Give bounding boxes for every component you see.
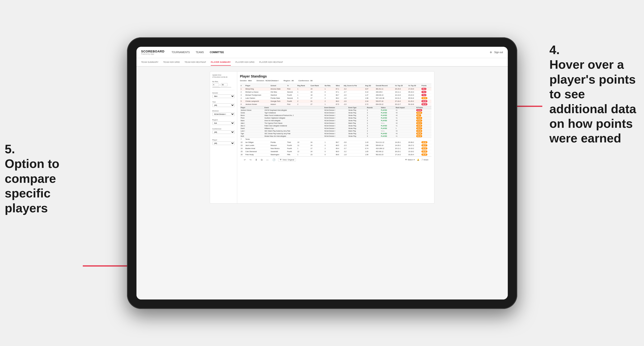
tt-player: Player	[240, 106, 264, 109]
toolbar-left: ↩ ↪ ⬇ ⧉ — 🕐 👁 View: Original	[243, 158, 296, 162]
tooltip-data-row: Gordo Tiger Invitational NCAA Division I…	[240, 112, 432, 114]
filter-conference: Conference: All	[298, 80, 313, 82]
tt-type: Event Type	[348, 106, 366, 109]
sidebar-region-select[interactable]: N/A All	[212, 121, 234, 125]
row-reg-rank: 1	[296, 90, 310, 94]
logo-area: SCOREBOARD Powered by clippi	[141, 50, 164, 55]
row-num: 6	[240, 103, 245, 106]
filter-conference-label: Conference:	[298, 80, 310, 82]
sidebar-conference: Conference (All)	[212, 128, 234, 135]
sub-nav-team-summary[interactable]: TEAM SUMMARY	[141, 59, 158, 66]
filter-region: Region: All	[284, 80, 294, 82]
table-row: 3 Michael Thorbjornsen Stanford Fourth 1…	[240, 94, 432, 97]
toolbar-undo[interactable]: ↩	[243, 158, 247, 162]
tooltip-cell: Player Event Event Division Event Type R…	[240, 106, 432, 138]
row-overall-record: 208-06-13	[375, 94, 394, 97]
annotation-left-text: Option to compare specific players	[5, 157, 59, 215]
row-wins: 68.2	[335, 97, 343, 100]
row-overall-record: 533-57-16	[375, 100, 394, 103]
toolbar-share[interactable]: ⤴ Share	[422, 159, 428, 161]
row-wins: 67.5	[335, 103, 343, 106]
sub-nav-player-summary[interactable]: PLAYER SUMMARY	[211, 59, 230, 66]
row-school	[270, 138, 286, 141]
nav-teams[interactable]: TEAMS	[196, 50, 204, 55]
filter-conference-value: All	[310, 80, 312, 82]
toolbar-clock[interactable]: 🕐	[272, 158, 276, 162]
th-no-rds: No Rds.	[324, 84, 335, 87]
toolbar-watch[interactable]: 👁 Watch ▾	[405, 159, 414, 161]
row-points[interactable]: 70.2	[421, 94, 431, 97]
tooltip-data-row: Alex C Fallen Oak Collegiate Invitationa…	[240, 125, 432, 127]
sign-out-link[interactable]: Sign out	[494, 51, 503, 54]
settings-icon: ⚙	[490, 51, 492, 54]
row-num: 7	[240, 138, 245, 141]
sidebar-range-inputs: -	[212, 83, 234, 86]
alert-icon: 🔔	[417, 159, 419, 161]
tooltip-data-row: Luke I SEC Match Play hosted by Jerry Pa…	[240, 130, 432, 132]
th-overall-record: Overall Record	[375, 84, 394, 87]
outer-wrapper: 5. Option to compare specific players 4.…	[0, 0, 644, 346]
filter-division-value: NCAA Division I	[266, 80, 279, 82]
toolbar-dash: —	[265, 158, 270, 162]
sub-nav-team-h2h-grid[interactable]: TEAM H2H GRID	[163, 59, 180, 66]
sidebar-player: Player (All)	[212, 139, 234, 146]
sub-nav-player-h2h-heatmap[interactable]: PLAYER H2H HEATMAP	[259, 59, 283, 66]
filter-division: Division: NCAA Division I	[256, 80, 279, 82]
logo-sub: Powered by clippi	[141, 53, 164, 55]
row-reg-rank: 5	[296, 97, 310, 100]
toolbar-view-btn[interactable]: 👁 View: Original	[278, 158, 296, 162]
table-row: 1 Wenyi Ding Arizona State First 1 15 1 …	[240, 87, 432, 90]
row-points[interactable]: 40.89	[421, 100, 431, 103]
standings-table: # Player School Yr Reg Rank Conf Rank No…	[240, 84, 432, 156]
sub-nav-player-h2h-grid[interactable]: PLAYER H2H GRID	[236, 59, 254, 66]
th-avg-sg: Avg SG	[364, 84, 375, 87]
row-points[interactable]: 38.54	[421, 97, 431, 100]
row-adj-score: -2.6	[343, 100, 364, 103]
tooltip-table: Player Event Event Division Event Type R…	[240, 106, 432, 138]
toolbar-download[interactable]: ⬇	[254, 158, 258, 162]
sidebar-update: Update time: 27/01/2024 16:56:26	[212, 74, 234, 79]
filter-gender-value: Men	[248, 80, 252, 82]
sidebar-player-select[interactable]: (All)	[212, 142, 234, 145]
tt-rank-impact: Rank Impact	[395, 106, 416, 109]
nav-tournaments[interactable]: TOURNAMENTS	[172, 50, 190, 55]
nav-committee[interactable]: COMMITTEE	[210, 50, 224, 55]
sidebar-gender-select[interactable]: Men Women	[212, 94, 234, 98]
sidebar-year-select[interactable]: (All)	[212, 103, 234, 107]
table-row: 23 Jack Lundin Missouri Fourth 11 24 0 8…	[240, 144, 432, 147]
tooltip-data-row: Tiger SEC Stroke Play hosted by Jerry Pa…	[240, 132, 432, 135]
row-points[interactable]: 88.2	[421, 87, 431, 90]
row-player: Christo Lamprecht	[245, 100, 270, 103]
row-points[interactable]: 76.2	[421, 90, 431, 94]
toolbar-alert[interactable]: 🔔	[417, 159, 419, 161]
toolbar-copy[interactable]: ⧉	[260, 158, 264, 162]
tt-rounds: Rounds	[366, 106, 380, 109]
content-panel: Update time: 27/01/2024 16:56:26 No Rds.…	[210, 71, 434, 204]
sidebar-no-rds-min[interactable]	[212, 83, 219, 86]
sidebar-slider[interactable]	[212, 87, 231, 88]
sidebar-update-time: 27/01/2024 16:56:26	[212, 76, 234, 78]
sidebar-no-rds-max[interactable]	[221, 83, 228, 86]
th-school: School	[270, 84, 286, 87]
row-num: 5	[240, 100, 245, 103]
th-num: #	[240, 84, 245, 87]
row-points[interactable]: 68.18	[421, 103, 431, 106]
th-player: Player	[245, 84, 270, 87]
toolbar-redo[interactable]: ↪	[248, 158, 252, 162]
row-vs50: 50-16-8	[408, 103, 421, 106]
filter-gender-label: Gender:	[240, 80, 248, 82]
row-overall-record: 381-61-11	[375, 87, 394, 90]
row-adj-score: -2.0	[343, 94, 364, 97]
sub-nav-team-h2h-heatmap[interactable]: TEAM H2H HEATMAP	[184, 59, 206, 66]
sidebar-conference-select[interactable]: (All)	[212, 130, 234, 134]
table-row-expanded: 6 Jackson Koivan Auburn First 2 27 1 67.…	[240, 103, 432, 106]
row-adj-score: -3.2	[343, 87, 364, 90]
sidebar-divider-2	[212, 137, 234, 137]
row-reg-rank: 2	[296, 100, 310, 103]
row-school: Georgia Tech	[270, 100, 286, 103]
sidebar-division-select[interactable]: NCAA Division I NCAA Division II	[212, 112, 234, 116]
sidebar-gender-label: Gender	[212, 92, 234, 94]
row-no-rds: 1	[324, 87, 335, 90]
sidebar-region: Region N/A All	[212, 119, 234, 126]
row-adj-score: -2.7	[343, 90, 364, 94]
